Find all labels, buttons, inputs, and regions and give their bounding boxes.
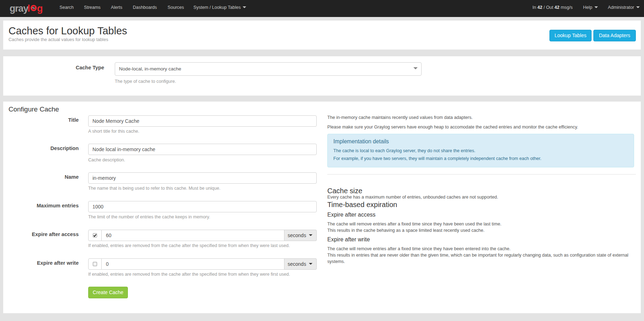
svg-text:g: g [37, 3, 43, 14]
svg-text:gray: gray [10, 3, 28, 14]
svg-text:l: l [28, 3, 30, 14]
